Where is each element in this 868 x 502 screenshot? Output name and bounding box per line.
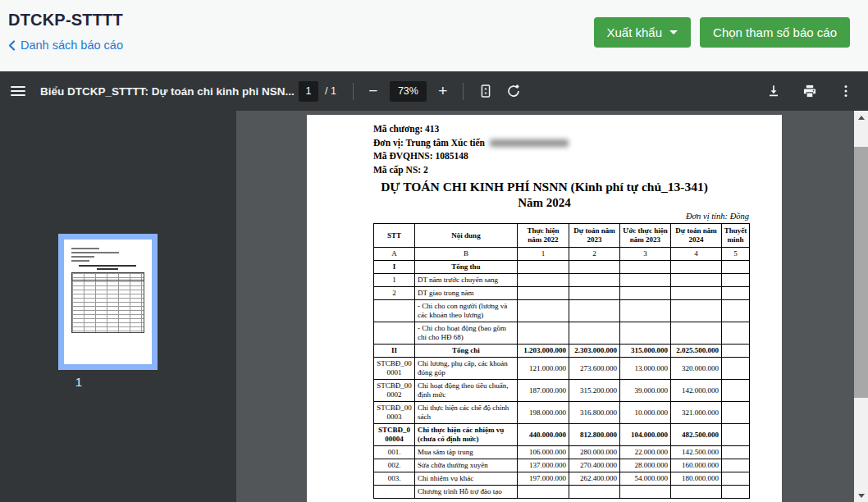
- table-row: 002.Sửa chữa thường xuyên137.000.000270.…: [374, 459, 750, 472]
- fit-page-icon[interactable]: [472, 77, 500, 105]
- value-cell: [518, 300, 569, 322]
- value-cell: [671, 261, 722, 274]
- value-cell: 2: [569, 248, 620, 261]
- value-cell: [671, 300, 722, 322]
- value-cell: 142.000.000: [671, 380, 722, 402]
- value-cell: 13.000.000: [620, 358, 671, 380]
- value-cell: 160.000.000: [671, 459, 722, 472]
- report-table: STTNội dungThực hiện năm 2022Dự toán năm…: [373, 223, 750, 499]
- value-cell: [620, 322, 671, 345]
- value-cell: 1.203.000.000: [518, 345, 569, 358]
- column-header: Thực hiện năm 2022: [518, 224, 569, 248]
- redacted-text: [490, 139, 569, 147]
- value-cell: 187.000.000: [518, 380, 569, 402]
- table-row: AB12345: [374, 248, 750, 261]
- scroll-up-arrow[interactable]: [854, 111, 868, 124]
- app-header: DTCKP-STTTT Danh sách báo cáo Xuất khẩu …: [0, 0, 868, 71]
- print-icon[interactable]: [796, 77, 824, 105]
- note-cell: [722, 345, 750, 358]
- note-cell: [722, 459, 750, 472]
- content-cell: Chương trình Hỗ trợ đào tạo: [415, 486, 518, 499]
- rotate-icon[interactable]: [500, 77, 528, 105]
- stt-cell: 2: [374, 287, 415, 300]
- toolbar-divider: [463, 83, 464, 100]
- content-cell: Chi nhiệm vụ khác: [415, 472, 518, 486]
- stt-cell: 1: [374, 274, 415, 287]
- stt-cell: [374, 486, 415, 499]
- value-cell: [518, 486, 569, 499]
- download-icon[interactable]: [760, 77, 788, 105]
- back-link[interactable]: Danh sách báo cáo: [8, 39, 123, 52]
- menu-icon[interactable]: [4, 77, 32, 105]
- table-row: 003.Chi nhiệm vụ khác197.000.000262.400.…: [374, 472, 750, 486]
- stt-cell: STCBĐ_000003: [374, 402, 415, 424]
- value-cell: 316.800.000: [569, 402, 620, 424]
- thumbnail-page-number[interactable]: 1: [0, 375, 158, 389]
- note-cell: [722, 380, 750, 402]
- table-row: STCBĐ_000003Chi thực hiện các chế độ chí…: [374, 402, 750, 424]
- value-cell: 180.000.000: [671, 472, 722, 486]
- scroll-down-arrow[interactable]: [854, 489, 868, 502]
- value-cell: [569, 274, 620, 287]
- stt-cell: I: [374, 261, 415, 274]
- table-row: - Chi cho hoạt động (bao gồm chi cho HĐ …: [374, 322, 750, 345]
- value-cell: 28.000.000: [620, 459, 671, 472]
- document-page: Mã chương: 413Đơn vị: Trung tâm Xúc tiến…: [307, 115, 782, 502]
- value-cell: 198.000.000: [518, 402, 569, 424]
- table-row: 2DT giao trong năm: [374, 287, 750, 300]
- value-cell: 262.400.000: [569, 472, 620, 486]
- scrollbar-thumb[interactable]: [854, 147, 868, 398]
- more-vert-icon[interactable]: [832, 77, 860, 105]
- report-table-body: AB12345ITổng thu1DT năm trước chuyển san…: [374, 248, 750, 499]
- zoom-in-button[interactable]: +: [432, 80, 455, 103]
- chevron-left-icon: [8, 40, 16, 51]
- value-cell: [518, 274, 569, 287]
- stt-cell: 001.: [374, 446, 415, 459]
- back-link-label: Danh sách báo cáo: [21, 39, 123, 52]
- table-row: STCBĐ_000001Chi lương, phụ cấp, các khoả…: [374, 358, 750, 380]
- value-cell: [671, 486, 722, 499]
- column-header: STT: [374, 224, 415, 248]
- table-row: Chương trình Hỗ trợ đào tạo: [374, 486, 750, 499]
- value-cell: 22.000.000: [620, 446, 671, 459]
- value-cell: 315.200.000: [569, 380, 620, 402]
- zoom-out-button[interactable]: −: [362, 80, 385, 103]
- document-title: Biểu DTCKP_STTTT: Dự toán chi kinh phi N…: [40, 85, 299, 98]
- content-cell: - Chi cho hoạt động (bao gồm chi cho HĐ …: [415, 322, 518, 345]
- content-cell: Chi thực hiện các nhiệm vụ (chưa có định…: [415, 424, 518, 446]
- info-line: Mã cấp NS: 2: [373, 163, 782, 177]
- content-cell: DT giao trong năm: [415, 287, 518, 300]
- stt-cell: [374, 300, 415, 322]
- content-cell: Tổng thu: [415, 261, 518, 274]
- value-cell: [671, 274, 722, 287]
- page-number-input[interactable]: 1: [299, 81, 318, 102]
- value-cell: 320.000.000: [671, 358, 722, 380]
- page-title: DTCKP-STTTT: [8, 11, 123, 30]
- export-button-label: Xuất khẩu: [607, 25, 663, 39]
- zoom-level-input[interactable]: 73%: [390, 81, 427, 102]
- chevron-down-icon: [669, 30, 678, 34]
- value-cell: [620, 287, 671, 300]
- content-cell: Mua sắm tập trung: [415, 446, 518, 459]
- value-cell: [569, 287, 620, 300]
- choose-report-params-button[interactable]: Chọn tham số báo cáo: [700, 17, 850, 48]
- stt-cell: A: [374, 248, 415, 261]
- note-cell: [722, 287, 750, 300]
- export-button[interactable]: Xuất khẩu: [594, 17, 692, 48]
- value-cell: 39.000.000: [620, 380, 671, 402]
- table-row: STCBĐ_000002Chi hoạt động theo tiêu chuẩ…: [374, 380, 750, 402]
- column-header: Thuyết minh: [722, 224, 750, 248]
- value-cell: 54.000.000: [620, 472, 671, 486]
- scrollbar[interactable]: [854, 111, 868, 502]
- value-cell: [518, 261, 569, 274]
- content-cell: Tổng chi: [415, 345, 518, 358]
- pdf-toolbar: Biểu DTCKP_STTTT: Dự toán chi kinh phi N…: [0, 71, 868, 111]
- value-cell: [569, 261, 620, 274]
- content-cell: DT năm trước chuyển sang: [415, 274, 518, 287]
- value-cell: 2.025.500.000: [671, 345, 722, 358]
- note-cell: [722, 472, 750, 486]
- page-thumbnail[interactable]: [58, 234, 158, 370]
- table-row: 001.Mua sắm tập trung106.000.000280.000.…: [374, 446, 750, 459]
- column-header: Dự toán năm 2023: [569, 224, 620, 248]
- value-cell: [620, 274, 671, 287]
